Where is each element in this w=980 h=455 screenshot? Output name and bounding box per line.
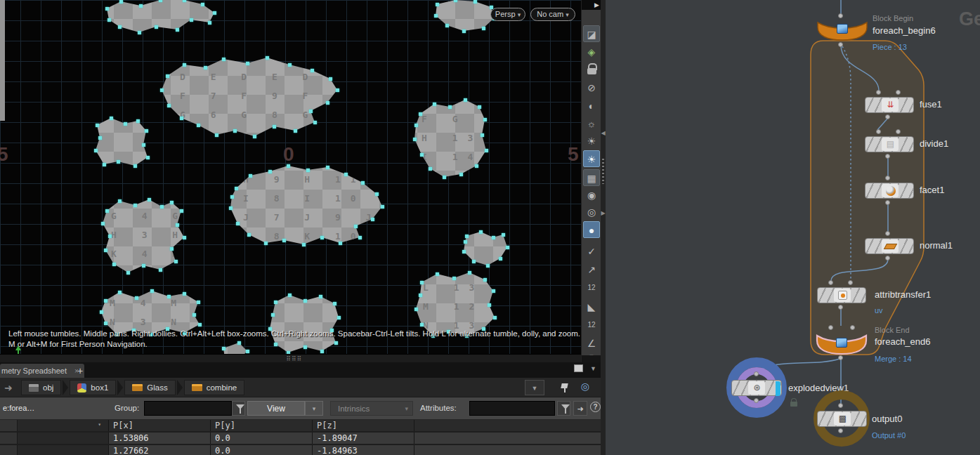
new-tab-button[interactable]: + — [73, 364, 87, 378]
point-numbers-icon[interactable]: 12 — [583, 279, 600, 296]
scrollbar-handle[interactable]: ⠿⠿⠿ — [273, 355, 316, 362]
table-row[interactable]: 1.27662 0.0 -1.84963 — [0, 445, 601, 455]
node-output-dot[interactable] — [838, 428, 843, 433]
path-back-icon[interactable]: ➜ — [4, 382, 13, 393]
breadcrumb-glass[interactable]: Glass — [124, 380, 175, 395]
node-output-dot[interactable] — [885, 154, 890, 159]
pane-menu-icon[interactable]: ▼ — [590, 365, 596, 372]
pane-splitter[interactable]: ◀ ▶ — [601, 0, 606, 455]
headlight-icon[interactable]: ◐ — [583, 98, 600, 114]
table-row[interactable]: 1.53806 0.0 -1.89047 — [0, 433, 601, 444]
node-input-dot[interactable] — [838, 403, 843, 408]
normal-lighting-icon[interactable]: ☼ — [583, 115, 600, 132]
column-header-px[interactable]: P[x] — [109, 420, 211, 431]
node-input-dot[interactable] — [850, 325, 855, 330]
node-name-label[interactable]: output0 — [872, 414, 902, 424]
column-header-pz[interactable]: P[z] — [313, 420, 414, 431]
node-input-dot[interactable] — [896, 90, 901, 95]
view-layout-icon[interactable]: ◪ — [583, 25, 600, 42]
lock-camera-icon[interactable] — [583, 60, 600, 77]
scene-viewport[interactable]: D E D E D E F 7 F 9 F 11 G 6 G 8 G 10 F … — [0, 0, 581, 362]
show-geometry-icon[interactable]: ◉ — [583, 187, 600, 204]
node-input-dot[interactable] — [848, 280, 853, 285]
hq-lighting-shadows-icon[interactable]: ☀ — [583, 150, 600, 167]
breadcrumb-combine[interactable]: combine — [184, 380, 244, 395]
materials-icon[interactable]: ▦ — [583, 169, 600, 186]
node-output-dot[interactable] — [885, 200, 890, 205]
group-input[interactable] — [144, 401, 232, 416]
node-output-dot[interactable] — [885, 114, 890, 119]
node-fuse1[interactable]: ⇊ — [865, 97, 914, 113]
sort-dropdown-icon[interactable]: ▾ — [98, 421, 101, 428]
splitter-grip[interactable] — [602, 159, 604, 184]
node-normal1[interactable] — [865, 238, 914, 254]
point-marker-icon[interactable]: ✓ — [583, 243, 600, 260]
node-input-dot[interactable] — [876, 129, 881, 134]
node-attribtransfer1[interactable] — [817, 287, 866, 303]
prim-numbers-icon[interactable]: 12 — [583, 317, 600, 334]
node-input-dot[interactable] — [876, 90, 881, 95]
viewport-edge-scrollbar[interactable] — [0, 0, 5, 121]
camera-menu[interactable]: No cam ▾ — [530, 8, 575, 21]
ghost-geometry-icon[interactable]: ◎ — [583, 204, 600, 220]
no-lighting-icon[interactable]: ⊘ — [583, 79, 600, 96]
node-input-dot[interactable] — [885, 176, 890, 180]
node-output-dot[interactable] — [838, 355, 843, 360]
row-index-cell — [0, 445, 109, 455]
view-menu-button[interactable]: View — [247, 401, 305, 416]
node-input-dot[interactable] — [896, 129, 901, 134]
node-output0[interactable]: ▩ — [817, 411, 867, 427]
node-output-dot[interactable] — [838, 305, 843, 310]
breadcrumb-box1[interactable]: box1 — [70, 380, 116, 395]
high-quality-lighting-icon[interactable]: ☀ — [583, 133, 600, 150]
node-input-dot[interactable] — [828, 280, 833, 285]
current-node-label[interactable]: e:forea… — [3, 404, 34, 412]
view-dropdown-icon[interactable]: ▾ — [305, 401, 323, 416]
breadcrumb-obj[interactable]: obj — [21, 380, 61, 395]
node-input-dot[interactable] — [754, 371, 759, 376]
node-input-dot[interactable] — [838, 13, 843, 18]
attributes-input[interactable] — [469, 401, 555, 416]
node-output-dot[interactable] — [838, 42, 843, 47]
prim-normals-icon[interactable]: ◣ — [583, 298, 600, 315]
node-name-label[interactable]: foreach_end6 — [875, 336, 931, 347]
collapse-left-icon[interactable]: ◀ — [601, 131, 606, 136]
node-name-label[interactable]: foreach_begin6 — [873, 25, 936, 36]
node-output-dot[interactable] — [754, 398, 759, 403]
node-name-label[interactable]: facet1 — [920, 185, 944, 195]
network-editor[interactable]: Ge Block Begin foreach_begin6 Piece : 13… — [606, 0, 980, 455]
node-output-dot[interactable] — [885, 256, 890, 261]
node-name-label[interactable]: divide1 — [920, 138, 948, 149]
pointer-select-icon[interactable]: ➜ — [573, 401, 587, 416]
maximize-pane-icon[interactable] — [574, 364, 583, 372]
point-trail-icon[interactable]: ↗ — [583, 261, 600, 278]
node-name-label[interactable]: attribtransfer1 — [875, 289, 931, 300]
facet-icon — [886, 186, 896, 196]
collapse-right-icon[interactable]: ▶ — [601, 211, 606, 216]
tab-geometry-spreadsheet[interactable]: metry Spreadsheet × — [0, 364, 84, 378]
viewport-horizontal-scrollbar[interactable]: ⠿⠿⠿ — [0, 354, 581, 362]
node-name-label[interactable]: normal1 — [920, 240, 953, 251]
column-header-py[interactable]: P[y] — [211, 420, 313, 431]
display-flag[interactable] — [776, 381, 780, 396]
intrinsics-dropdown[interactable]: Intrinsics ▾ — [330, 401, 413, 416]
node-input-dot[interactable] — [828, 325, 833, 330]
pin-pane-icon[interactable] — [560, 383, 570, 393]
path-dropdown-button[interactable]: ▼ — [525, 380, 544, 395]
help-icon[interactable]: ? — [590, 402, 601, 412]
row-index-header[interactable]: ▾ — [0, 420, 109, 431]
projection-menu[interactable]: Persp ▾ — [490, 8, 525, 21]
snapshot-icon[interactable]: ◈ — [583, 44, 600, 60]
show-points-icon[interactable]: ● — [583, 221, 600, 238]
attributes-filter-icon[interactable] — [557, 401, 570, 416]
node-facet1[interactable] — [865, 183, 914, 199]
node-foreach-end6[interactable] — [814, 331, 870, 359]
node-explodedview1[interactable]: ⊛ — [731, 380, 782, 396]
toolbar-scroll-strip[interactable]: ▶ — [582, 0, 601, 10]
node-name-label[interactable]: fuse1 — [920, 99, 942, 110]
node-divide1[interactable]: ▤ — [865, 136, 914, 152]
link-follow-icon[interactable]: ◎ — [581, 381, 589, 392]
group-filter-icon[interactable] — [232, 401, 245, 416]
node-foreach-begin6[interactable] — [815, 18, 870, 45]
node-input-dot[interactable] — [885, 231, 890, 236]
